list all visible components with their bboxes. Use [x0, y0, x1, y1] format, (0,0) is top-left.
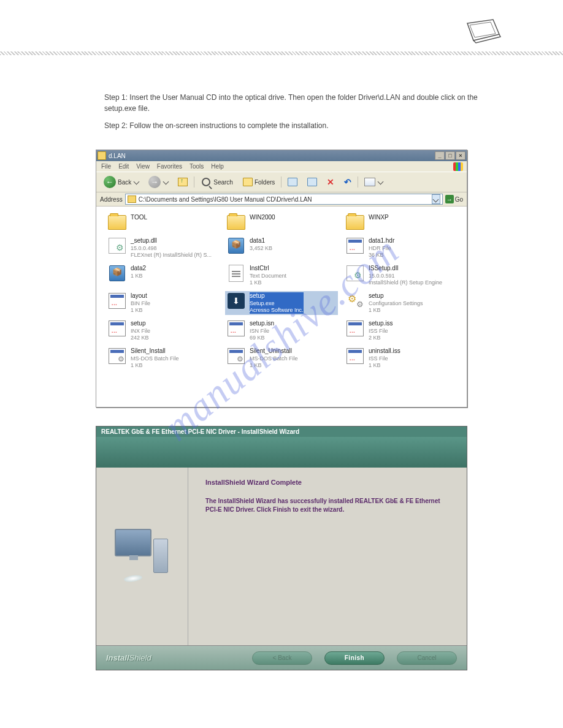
file-name: layout	[131, 292, 150, 300]
titlebar[interactable]: d.LAN _ □ ×	[96, 150, 467, 161]
file-name: setup	[250, 292, 304, 300]
file-name: setup	[369, 292, 423, 300]
toolbar: ← Back → Search Folders ✕ ↶	[96, 172, 467, 192]
menu-file[interactable]: File	[101, 163, 111, 170]
menu-tools[interactable]: Tools	[190, 163, 204, 170]
file-item[interactable]: ISSetup.dll15.0.0.591InstallShield (R) S…	[344, 264, 457, 287]
file-item[interactable]: _setup.dll15.0.0.498FLEXnet (R) InstallS…	[106, 236, 219, 260]
back-button: < Back	[252, 651, 312, 665]
folder-icon	[128, 195, 136, 203]
step-1-text: Step 1: Insert the User Manual CD into t…	[104, 92, 489, 114]
finish-button[interactable]: Finish	[324, 651, 385, 665]
file-name: TOOL	[131, 214, 147, 222]
file-name: Silent_Uninstall	[250, 347, 298, 355]
computer-icon	[112, 529, 173, 584]
txt-icon	[226, 265, 246, 282]
file-item[interactable]: setup.isnISN File69 KB	[225, 319, 338, 343]
file-name: InstCtrl	[250, 265, 286, 273]
file-item[interactable]: WINXP	[344, 213, 457, 232]
file-name: WINXP	[369, 214, 389, 222]
file-item[interactable]: WIN2000	[225, 213, 338, 232]
file-item[interactable]: Silent_InstallMS-DOS Batch File1 KB	[106, 346, 219, 370]
file-name: data1	[250, 237, 272, 245]
folder-icon	[107, 214, 127, 231]
wizard-banner	[96, 437, 467, 468]
up-button[interactable]	[174, 176, 191, 188]
file-item[interactable]: data13,452 KB	[225, 236, 338, 260]
header-decoration	[0, 0, 563, 55]
bat-icon	[107, 347, 127, 365]
wizard-footer: InstallShield < Back Finish Cancel	[96, 645, 467, 670]
file-item[interactable]: data1.hdrHDR File36 KB	[344, 236, 457, 260]
file-name: setup	[131, 320, 150, 328]
dll-icon	[107, 237, 127, 254]
tablet-device-icon	[462, 18, 502, 44]
maximize-button[interactable]: □	[445, 151, 455, 160]
dll-icon	[345, 265, 365, 282]
address-input[interactable]: C:\Documents and Settings\IG80 User Manu…	[125, 194, 443, 205]
move-to-button[interactable]	[284, 176, 301, 188]
file-item[interactable]: InstCtrlText Document1 KB	[225, 264, 338, 287]
file-item[interactable]: setup.issISS File2 KB	[344, 319, 457, 343]
folders-button[interactable]: Folders	[239, 176, 278, 188]
menu-favorites[interactable]: Favorites	[157, 163, 182, 170]
file-item[interactable]: ⬇setupSetup.exeAcresso Software Inc.	[225, 291, 338, 315]
search-button[interactable]: Search	[197, 175, 237, 189]
step-2-text: Step 2: Follow the on-screen instruction…	[104, 120, 489, 131]
installshield-logo: InstallShield	[106, 653, 240, 662]
folder-icon	[98, 151, 106, 160]
address-value: C:\Documents and Settings\IG80 User Manu…	[139, 196, 429, 203]
file-name: data1.hdr	[369, 237, 394, 245]
file-item[interactable]: layoutBIN File1 KB	[106, 291, 219, 315]
file-item[interactable]: data21 KB	[106, 264, 219, 287]
menu-view[interactable]: View	[136, 163, 150, 170]
views-button[interactable]	[361, 176, 386, 188]
file-name: setup.isn	[250, 320, 274, 328]
install-wizard-window: REALTEK GbE & FE Ethernet PCI-E NIC Driv…	[96, 426, 467, 670]
file-item[interactable]: setupINX File242 KB	[106, 319, 219, 343]
file-name: Silent_Install	[131, 347, 179, 355]
file-name: uninstall.iss	[369, 347, 400, 355]
bat-icon	[226, 347, 246, 365]
exe-icon: ⬇	[226, 292, 246, 309]
file-name: setup.iss	[369, 320, 393, 328]
folder-icon	[345, 214, 365, 231]
doc-icon	[345, 320, 365, 337]
forward-button[interactable]: →	[145, 174, 172, 190]
undo-button[interactable]: ↶	[340, 175, 355, 189]
window-title: d.LAN	[109, 153, 126, 159]
address-dropdown-button[interactable]	[432, 194, 440, 204]
file-name: data2	[131, 265, 146, 273]
cab-icon	[226, 237, 246, 254]
wizard-content: InstallShield Wizard Complete The Instal…	[188, 468, 467, 645]
minimize-button[interactable]: _	[435, 151, 445, 160]
delete-button[interactable]: ✕	[323, 175, 338, 189]
menu-help[interactable]: Help	[211, 163, 224, 170]
file-name: _setup.dll	[131, 237, 212, 245]
wizard-titlebar[interactable]: REALTEK GbE & FE Ethernet PCI-E NIC Driv…	[96, 427, 467, 437]
file-item[interactable]: setupConfiguration Settings1 KB	[344, 291, 457, 315]
doc-icon	[107, 292, 127, 309]
back-button[interactable]: ← Back	[100, 174, 142, 190]
file-name: WIN2000	[250, 214, 275, 222]
copy-to-button[interactable]	[304, 176, 321, 188]
file-item[interactable]: uninstall.issISS File1 KB	[344, 346, 457, 370]
file-list[interactable]: TOOLWIN2000WINXP_setup.dll15.0.0.498FLEX…	[96, 207, 467, 407]
file-item[interactable]: Silent_UninstallMS-DOS Batch File1 KB	[225, 346, 338, 370]
menubar: File Edit View Favorites Tools Help	[96, 161, 467, 172]
gear-icon	[345, 292, 365, 309]
close-button[interactable]: ×	[456, 151, 465, 160]
wizard-left-panel	[96, 468, 188, 645]
cab-icon	[107, 265, 127, 282]
address-label: Address	[100, 196, 123, 203]
go-button[interactable]: → Go	[445, 195, 463, 203]
doc-icon	[107, 320, 127, 337]
address-bar: Address C:\Documents and Settings\IG80 U…	[96, 192, 467, 207]
doc-icon	[345, 237, 365, 254]
file-name: ISSetup.dll	[369, 265, 442, 273]
file-item[interactable]: TOOL	[106, 213, 219, 232]
doc-icon	[226, 320, 246, 337]
menu-edit[interactable]: Edit	[118, 163, 129, 170]
explorer-window: d.LAN _ □ × File Edit View Favorites Too…	[96, 150, 467, 408]
windows-flag-icon	[453, 162, 463, 171]
